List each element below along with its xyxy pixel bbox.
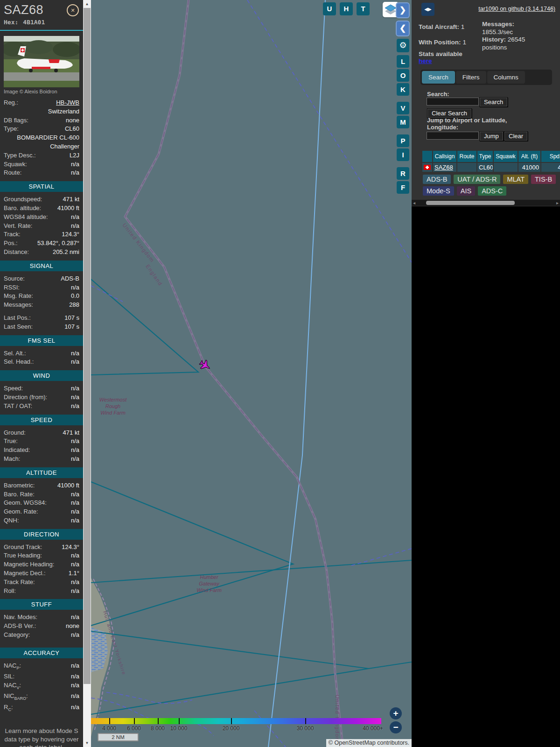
detail-label: TAT / OAT: — [4, 402, 32, 411]
table-horizontal-scrollbar[interactable]: ◂ ▸ — [412, 200, 560, 206]
map-button-I[interactable]: I — [397, 148, 409, 161]
map-button-K[interactable]: K — [397, 83, 409, 96]
table-row[interactable]: SAZ68CL6041000471 — [422, 163, 560, 172]
info-row: Squawk:n/a — [4, 160, 79, 169]
map-button-O[interactable]: O — [397, 69, 409, 82]
filter-badge-ads-c[interactable]: ADS-C — [478, 186, 506, 196]
route-cell[interactable] — [457, 163, 476, 172]
panel-width-toggle-icon[interactable]: ◀▶ — [421, 3, 434, 16]
aircraft-table: CallsignRouteTypeSquawkAlt. (ft)Spd.SAZ6… — [422, 151, 560, 173]
search-input[interactable] — [427, 98, 479, 106]
table-header-flag[interactable] — [422, 151, 432, 162]
map-button-U[interactable]: U — [323, 2, 336, 15]
map-button-L[interactable]: L — [397, 55, 409, 68]
jump-clear-button[interactable]: Clear — [504, 131, 528, 141]
stats-here-link[interactable]: here — [419, 57, 432, 65]
detail-row: Baro. altitude:41000 ft — [4, 204, 79, 213]
svg-text:Rough: Rough — [105, 403, 120, 409]
scroll-down-icon[interactable]: ▼ — [83, 739, 91, 747]
github-version-link[interactable]: tar1090 on github (3.14.1746) — [478, 6, 555, 12]
svg-text:Wind Farm: Wind Farm — [100, 410, 126, 416]
filter-badge-ais[interactable]: AIS — [457, 186, 475, 196]
jump-input[interactable] — [427, 132, 479, 140]
scroll-up-icon[interactable]: ▲ — [83, 0, 91, 8]
close-icon[interactable]: ✕ — [67, 4, 79, 16]
expand-panel-button[interactable]: ❯ — [396, 2, 410, 18]
detail-value: n/a — [71, 499, 79, 507]
settings-gear-icon[interactable]: ⚙ — [397, 39, 409, 52]
info-value: L2J — [70, 151, 79, 160]
detail-row: Speed:n/a — [4, 384, 79, 393]
map-button-R[interactable]: R — [397, 167, 409, 180]
section-header-fms-sel: FMS SEL — [0, 335, 83, 346]
detail-label: Geom. WGS84: — [4, 499, 47, 507]
map-button-T[interactable]: T — [357, 2, 370, 15]
altitude-color-legend — [91, 718, 381, 724]
filter-badge-uat-ads-r[interactable]: UAT / ADS-R — [454, 175, 500, 184]
detail-value: n/a — [71, 455, 79, 464]
aircraft-photo[interactable] — [4, 36, 79, 87]
detail-label: WGS84 altitude: — [4, 213, 48, 222]
detail-label: Mach: — [4, 455, 20, 464]
filter-badge-mlat[interactable]: MLAT — [503, 175, 528, 184]
detail-row: Track:124.3° — [4, 230, 79, 239]
info-label: Squawk: — [4, 160, 27, 169]
jump-button[interactable]: Jump — [479, 131, 504, 141]
aircraft-icon[interactable] — [198, 358, 212, 372]
collapse-panel-button[interactable]: ❮ — [396, 21, 410, 36]
table-header-Spd.[interactable]: Spd. — [541, 151, 560, 162]
table-header-Alt. (ft)[interactable]: Alt. (ft) — [518, 151, 540, 162]
type-cell[interactable]: CL60 — [477, 163, 493, 172]
speed-cell[interactable]: 471 — [541, 163, 560, 172]
callsign-cell[interactable]: SAZ68 — [433, 163, 456, 172]
search-button[interactable]: Search — [479, 97, 508, 107]
callsign-link[interactable]: SAZ68 — [434, 164, 453, 171]
detail-label: Msg. Rate: — [4, 292, 33, 301]
detail-row: NACP:n/a — [4, 662, 79, 672]
divider — [0, 30, 83, 31]
detail-label: Sel. Alt.: — [4, 349, 26, 358]
tab-columns[interactable]: Columns — [487, 71, 525, 84]
detail-row: Category:n/a — [4, 631, 79, 640]
detail-label: Ground: — [4, 429, 26, 437]
table-header-Callsign[interactable]: Callsign — [433, 151, 456, 162]
flag-cell[interactable] — [422, 163, 432, 172]
scroll-right-icon[interactable]: ▸ — [556, 200, 559, 206]
map-button-P[interactable]: P — [397, 134, 409, 147]
table-header-Squawk[interactable]: Squawk — [494, 151, 518, 162]
table-header-Route[interactable]: Route — [457, 151, 476, 162]
filter-badge-mode-s[interactable]: Mode-S — [423, 186, 454, 196]
zoom-out-button[interactable]: − — [390, 721, 402, 733]
altitude-tick-label: 40 000+ — [363, 725, 383, 732]
detail-row: Sel. Head.:n/a — [4, 358, 79, 366]
map[interactable]: United Kingdom England United Kingdom Hu… — [91, 0, 412, 747]
tab-filters[interactable]: Filters — [456, 71, 486, 84]
altitude-cell[interactable]: 41000 — [518, 163, 540, 172]
map-button-M[interactable]: M — [397, 116, 409, 128]
scroll-left-icon[interactable]: ◂ — [413, 200, 415, 206]
section-header-altitude: ALTITUDE — [0, 467, 83, 478]
sidebar-scrollbar[interactable]: ▲ ▼ — [83, 0, 91, 747]
map-button-F[interactable]: F — [397, 181, 409, 194]
altitude-tick-label: 20 000 — [223, 725, 240, 732]
detail-label: NACV: — [4, 681, 21, 692]
zoom-in-button[interactable]: + — [390, 707, 402, 719]
table-header-Type[interactable]: Type — [477, 151, 493, 162]
filter-badge-tis-b[interactable]: TIS-B — [531, 175, 556, 184]
detail-label: Direction (from): — [4, 393, 47, 402]
squawk-cell[interactable] — [494, 163, 518, 172]
detail-label: Baro. Rate: — [4, 490, 35, 499]
map-button-V[interactable]: V — [397, 102, 409, 114]
scrollbar-thumb[interactable] — [426, 201, 515, 205]
map-quick-buttons: UHT — [323, 2, 370, 15]
detail-label: Geom. Rate: — [4, 507, 38, 516]
detail-value: n/a — [71, 283, 79, 292]
tab-search[interactable]: Search — [422, 71, 455, 84]
detail-row: RC:n/a — [4, 703, 79, 714]
section-header-spatial: SPATIAL — [0, 181, 83, 192]
map-button-H[interactable]: H — [340, 2, 353, 15]
filter-badge-ads-b[interactable]: ADS-B — [423, 175, 451, 184]
registration-link[interactable]: HB-JWB — [56, 99, 79, 107]
detail-label: Groundspeed: — [4, 195, 42, 204]
scrollbar-thumb[interactable] — [84, 8, 91, 684]
